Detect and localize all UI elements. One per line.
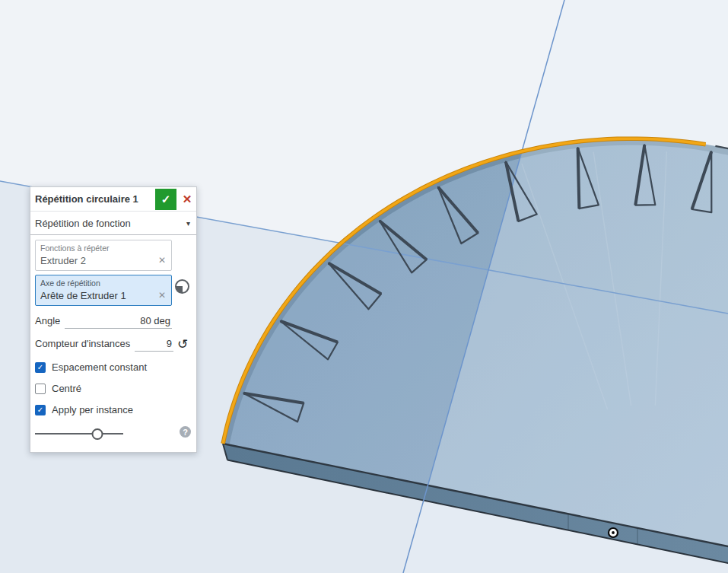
- circular-pattern-dialog: Répétition circulaire 1 ✓ ✕ Répétition d…: [30, 186, 197, 453]
- confirm-button[interactable]: ✓: [155, 189, 176, 210]
- axis-field-label: Axe de répétition: [40, 279, 167, 288]
- instance-count-input[interactable]: 9: [135, 338, 173, 352]
- pattern-axis-field[interactable]: Axe de répétition Arête de Extruder 1 ✕: [35, 275, 172, 306]
- check-icon: ✓: [37, 363, 43, 371]
- check-icon: ✓: [161, 193, 171, 206]
- reverse-direction-icon[interactable]: ↺: [173, 339, 192, 350]
- clear-selection-icon[interactable]: ✕: [157, 255, 167, 266]
- pattern-type-value: Répétition de fonction: [35, 218, 131, 229]
- chevron-down-icon: ▾: [186, 219, 190, 228]
- pattern-type-dropdown[interactable]: Répétition de fonction ▾: [30, 212, 196, 235]
- apply-per-instance-label: Apply per instance: [52, 404, 133, 415]
- dialog-header: Répétition circulaire 1 ✓ ✕: [30, 187, 196, 212]
- angle-label: Angle: [35, 315, 60, 326]
- origin-dot: [612, 531, 615, 534]
- features-field-value: Extruder 2: [40, 255, 157, 266]
- centered-checkbox[interactable]: ✓: [35, 384, 46, 394]
- centered-label: Centré: [52, 383, 81, 394]
- centered-row[interactable]: ✓ Centré: [35, 383, 192, 394]
- slider-handle[interactable]: [92, 428, 103, 440]
- clock-pie-icon[interactable]: [175, 279, 189, 294]
- angle-input[interactable]: 80 deg: [65, 315, 172, 329]
- features-to-pattern-field[interactable]: Fonctions à répéter Extruder 2 ✕: [35, 240, 172, 271]
- dialog-title: Répétition circulaire 1: [35, 193, 155, 205]
- instance-count-label: Compteur d'instances: [35, 338, 130, 349]
- features-field-label: Fonctions à répéter: [40, 244, 167, 253]
- check-icon: ✓: [37, 406, 43, 414]
- clear-selection-icon[interactable]: ✕: [157, 290, 167, 301]
- instance-slider[interactable]: [35, 428, 123, 440]
- equal-spacing-checkbox[interactable]: ✓: [35, 362, 46, 373]
- cancel-button[interactable]: ✕: [178, 189, 196, 210]
- help-icon[interactable]: ?: [180, 426, 191, 438]
- apply-per-instance-checkbox[interactable]: ✓: [35, 405, 46, 415]
- axis-field-value: Arête de Extruder 1: [40, 290, 157, 301]
- slider-track[interactable]: [35, 433, 123, 435]
- equal-spacing-label: Espacement constant: [52, 361, 147, 373]
- apply-per-instance-row[interactable]: ✓ Apply per instance: [35, 404, 192, 415]
- pattern-fin-7-top-edge: [578, 148, 580, 209]
- equal-spacing-row[interactable]: ✓ Espacement constant: [35, 361, 192, 373]
- close-icon: ✕: [183, 193, 192, 206]
- origin-marker[interactable]: [609, 528, 618, 537]
